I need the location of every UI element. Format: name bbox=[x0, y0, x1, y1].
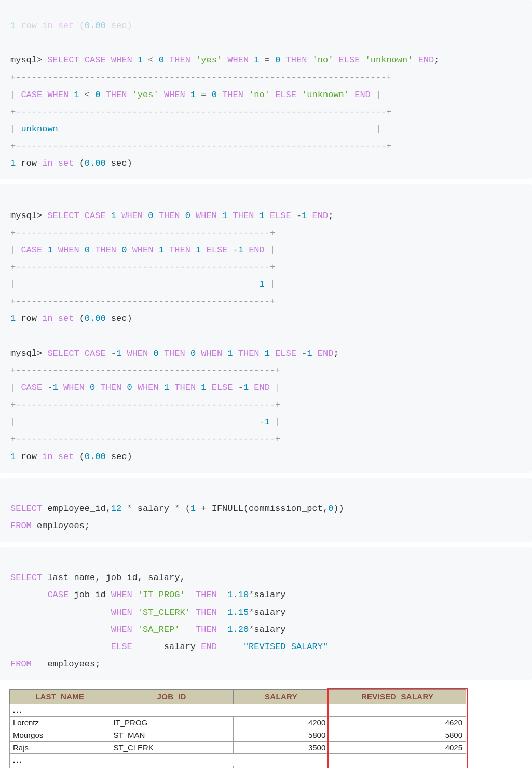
result-table: LAST_NAME JOB_ID SALARY REVISED_SALARY .… bbox=[9, 689, 466, 768]
col-revised: REVISED_SALARY bbox=[329, 690, 466, 704]
ascii-border: +---------------------------------------… bbox=[10, 400, 280, 410]
table-row: Lorentz IT_PROG 4200 4620 bbox=[10, 717, 466, 729]
ascii-border: +---------------------------------------… bbox=[10, 434, 280, 444]
ascii-border: +---------------------------------------… bbox=[10, 228, 275, 238]
ascii-border: +---------------------------------------… bbox=[10, 366, 280, 375]
table-row: Mourgos ST_MAN 5800 5800 bbox=[10, 729, 466, 742]
code-block-2: mysql> SELECT CASE 1 WHEN 0 THEN 0 WHEN … bbox=[0, 184, 532, 472]
table-row: Gietz AC_ACCOUNT 8300 8300 bbox=[10, 766, 466, 768]
table-row: Rajs ST_CLERK 3500 4025 bbox=[10, 742, 466, 754]
code-block-4: SELECT last_name, job_id, salary, CASE j… bbox=[0, 547, 532, 680]
ascii-border: +---------------------------------------… bbox=[10, 141, 392, 151]
ascii-border: +---------------------------------------… bbox=[10, 73, 392, 83]
mysql-prompt: mysql> bbox=[10, 348, 47, 358]
ascii-border: +---------------------------------------… bbox=[10, 262, 275, 272]
code-block-3: SELECT employee_id,12 * salary * (1 + IF… bbox=[0, 478, 532, 542]
col-job-id: JOB_ID bbox=[110, 690, 233, 704]
ascii-border: +---------------------------------------… bbox=[10, 297, 275, 306]
ascii-border: +---------------------------------------… bbox=[10, 107, 392, 117]
col-salary: SALARY bbox=[233, 690, 329, 704]
truncated-row: 1 bbox=[10, 21, 16, 31]
col-last-name: LAST_NAME bbox=[10, 690, 110, 704]
mysql-prompt: mysql> bbox=[10, 211, 47, 221]
result-table-wrap: LAST_NAME JOB_ID SALARY REVISED_SALARY .… bbox=[9, 689, 466, 768]
dots-row: ... bbox=[10, 704, 466, 717]
mysql-prompt: mysql> bbox=[10, 55, 47, 65]
dots-row: ... bbox=[10, 754, 466, 766]
code-block-1: 1 row in set (0.00 sec) mysql> SELECT CA… bbox=[0, 0, 532, 179]
